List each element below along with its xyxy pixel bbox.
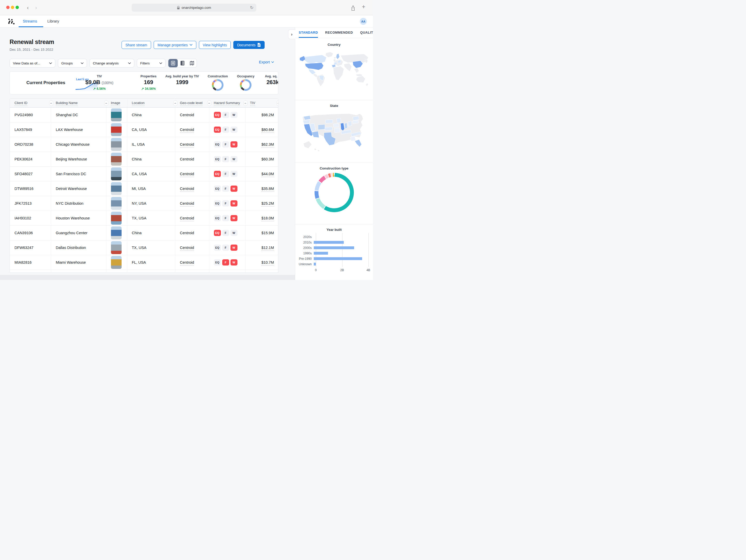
address-bar[interactable]: onarchipelago.com ↻ [132,4,256,12]
geocode-value[interactable]: Centroid [180,128,194,133]
building-photo[interactable] [111,197,121,210]
tiv-value[interactable]: $25.2M [261,201,274,206]
column-resize-handle[interactable]: ◂▸ [49,101,53,106]
share-icon[interactable] [351,5,355,11]
current-properties-summary: Current Properties Last 5 yrs TIV $9.0B … [9,72,278,94]
table-row[interactable]: JFK72513 NYC Distribution NY, USA Centro… [10,196,278,211]
sidebar-tab-standard[interactable]: STANDARD [299,27,318,38]
building-photo[interactable] [111,212,121,225]
tiv-value[interactable]: $80.6M [261,128,274,133]
building-name-cell: Shanghai DC [51,107,106,122]
filters-dropdown[interactable]: Filters [137,59,166,67]
sidebar-collapse-button[interactable]: › [288,29,295,39]
building-photo[interactable] [111,226,121,240]
column-resize-handle[interactable]: ◂▸ [173,101,177,106]
tiv-value[interactable]: $10.7M [261,260,274,265]
documents-label: Documents [237,43,256,47]
table-row[interactable]: LAX57849 LAX Warehouse CA, USA Centroid … [10,122,278,137]
column-resize-handle[interactable]: ◂▸ [104,101,108,106]
column-header-geocode[interactable]: Geo-code level [175,99,209,107]
building-photo[interactable] [111,123,121,136]
geocode-value[interactable]: Centroid [180,216,194,221]
new-tab-button[interactable]: + [362,3,365,10]
table-row[interactable]: PVG24980 Shanghai DC China Centroid EQFW… [10,107,278,122]
state-choropleth-map [299,110,369,154]
nav-tab-library[interactable]: Library [47,15,59,27]
tiv-value[interactable]: $35.8M [261,187,274,192]
hazard-badge-w: W [230,112,237,118]
manage-properties-button[interactable]: Manage properties [154,41,196,49]
building-photo[interactable] [111,108,121,121]
tiv-value[interactable]: $15.9M [261,231,274,235]
table-row[interactable]: CAN39106 Guangzhou Center China Centroid… [10,225,278,240]
tiv-value[interactable]: $18.0M [261,216,274,221]
table-row[interactable]: SFO48027 San Francisco DC CA, USA Centro… [10,166,278,181]
client-id-cell: IAH93102 [10,211,51,225]
view-highlights-button[interactable]: View highlights [199,41,231,49]
column-resize-handle[interactable]: ◂▸ [277,101,278,106]
stream-date-range: Dec 15, 2021 - Dec 15 2022 [9,48,53,52]
avatar[interactable]: AA [360,18,367,25]
tiv-value[interactable]: $98.2M [261,113,274,117]
building-photo[interactable] [111,256,121,269]
geocode-value[interactable]: Centroid [180,260,194,265]
horizontal-scrollbar-gutter[interactable] [0,275,295,280]
geocode-value[interactable]: Centroid [180,231,194,235]
building-photo[interactable] [111,153,121,166]
browser-back-button[interactable]: ‹ [27,4,29,11]
tiv-value[interactable]: $44.0M [261,172,274,177]
geocode-cell: Centroid [175,152,209,166]
column-header-hazard[interactable]: Hazard Summary [209,99,245,107]
table-row[interactable]: MIA82816 Miami Warehouse FL, USA Centroi… [10,255,278,270]
table-row[interactable]: DFW63247 Dallas Distribution TX, USA Cen… [10,240,278,255]
export-dropdown[interactable]: Export [259,60,274,64]
year-built-x-axis: 02B4B [316,268,368,273]
window-close-button[interactable] [6,6,9,9]
building-photo[interactable] [111,182,121,195]
building-photo[interactable] [111,138,121,151]
change-analysis-dropdown[interactable]: Change analysis [89,59,134,67]
column-header-tiv[interactable]: TIV [245,99,278,107]
geocode-value[interactable]: Centroid [180,187,194,192]
geocode-value[interactable]: Centroid [180,113,194,117]
table-row[interactable]: IAH93102 Houston Warehouse TX, USA Centr… [10,211,278,225]
view-data-as-of-dropdown[interactable]: View Data as of... [9,59,55,67]
groups-dropdown[interactable]: Groups [58,59,87,67]
table-row[interactable]: ORD70238 Chicago Warehouse IL, USA Centr… [10,137,278,152]
columns-view-toggle[interactable] [178,59,187,67]
documents-button[interactable]: Documents [233,41,265,49]
geocode-value[interactable]: Centroid [180,157,194,161]
table-row[interactable]: DTW89516 Detroit Warehouse MI, USA Centr… [10,181,278,196]
nav-tab-streams[interactable]: Streams [23,15,37,27]
building-name-cell: NYC Distribution [51,196,106,211]
column-header-location[interactable]: Location [127,99,175,107]
tiv-value[interactable]: $62.3M [261,142,274,147]
table-row[interactable]: PEK30624 Beijing Warehouse China Centroi… [10,152,278,166]
column-header-client-id[interactable]: Client ID [10,99,51,107]
column-resize-handle[interactable]: ◂▸ [207,101,211,106]
insights-sidebar: › STANDARD RECOMMENDED QUALITY Country [295,27,373,280]
browser-forward-button[interactable]: › [35,4,37,11]
map-view-toggle[interactable] [187,59,197,67]
table-view-toggle[interactable] [168,59,178,67]
location-cell: NY, USA [127,196,175,211]
column-header-image[interactable]: Image [106,99,127,107]
geocode-value[interactable]: Centroid [180,246,194,251]
share-stream-button[interactable]: Share stream [121,41,151,49]
building-photo[interactable] [111,241,121,254]
building-photo[interactable] [111,167,121,180]
geocode-value[interactable]: Centroid [180,201,194,206]
geocode-value[interactable]: Centroid [180,172,194,177]
location-cell: CA, USA [127,122,175,137]
window-zoom-button[interactable] [16,6,19,9]
column-resize-handle[interactable]: ◂▸ [243,101,248,106]
sidebar-tab-quality[interactable]: QUALITY [360,27,373,38]
tiv-value[interactable]: $60.3M [261,157,274,161]
tiv-value[interactable]: $12.1M [261,246,274,251]
reload-icon[interactable]: ↻ [250,5,254,10]
hazard-badge-eq: EQ [214,259,221,265]
window-minimize-button[interactable] [11,6,14,9]
column-header-building-name[interactable]: Building Name [51,99,106,107]
sidebar-tab-recommended[interactable]: RECOMMENDED [325,27,353,38]
geocode-value[interactable]: Centroid [180,142,194,147]
